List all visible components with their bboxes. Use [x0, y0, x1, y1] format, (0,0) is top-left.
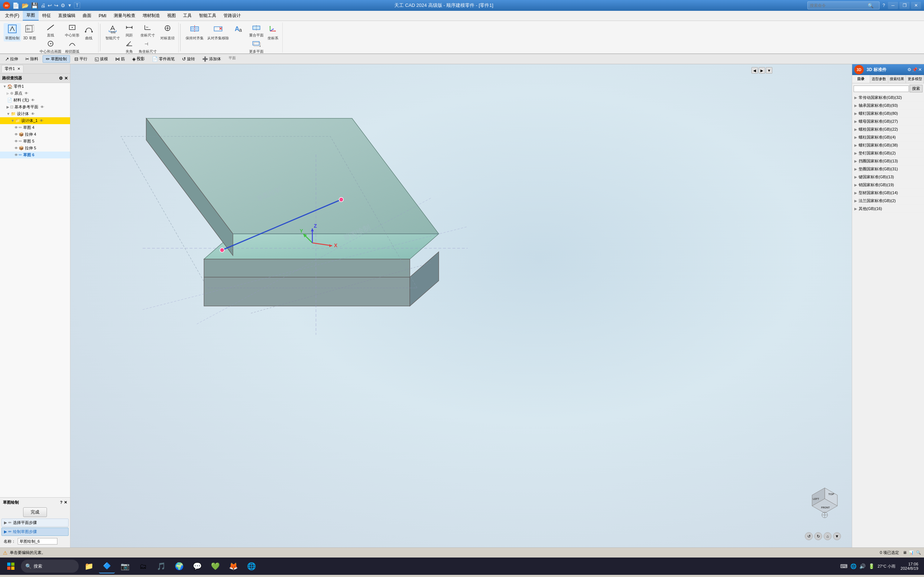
status-icon-2[interactable]: 📊 — [909, 550, 914, 555]
taskbar-app-browser[interactable]: 🌍 — [171, 559, 187, 574]
qa-undo[interactable]: ↩ — [48, 3, 52, 8]
start-btn[interactable] — [3, 559, 19, 574]
tree-item-sketch6[interactable]: 👁 ✏ 草图 6 — [0, 152, 70, 158]
tree-item-extrude4[interactable]: 👁 📦 拉伸 4 — [0, 131, 70, 138]
tree-item-ref-plane[interactable]: ▶ ⊡ 基本参考平面 👁 — [0, 103, 70, 110]
ribbon-btn-angle-coord[interactable]: ⊣ 角坐标尺寸 — [137, 39, 158, 55]
qa-save[interactable]: 💾 — [31, 2, 38, 9]
action-rib[interactable]: ⋈ 筋 — [112, 56, 128, 63]
view-rotate-right[interactable]: ↻ — [814, 532, 822, 540]
action-draft[interactable]: ◱ 拔模 — [92, 56, 111, 63]
ribbon-btn-center-rect[interactable]: 中心矩形 — [63, 23, 81, 39]
standards-item-7[interactable]: ▶ 垫钉国家标准(GB)(2) — [852, 149, 924, 157]
right-search-btn[interactable]: 搜索 — [909, 85, 922, 92]
qa-cmd[interactable]: T — [74, 2, 80, 9]
tree-eye-e4[interactable]: 👁 — [15, 132, 18, 136]
taskbar-app-explorer[interactable]: 📁 — [81, 559, 97, 574]
rp-tab-catalog[interactable]: 目录 — [852, 75, 870, 83]
standards-item-10[interactable]: ▶ 键国家标准(GB)(13) — [852, 173, 924, 181]
ribbon-btn-coincident-plane[interactable]: 重合平面 — [248, 23, 265, 39]
taskbar-app-edge[interactable]: 🌐 — [243, 559, 259, 574]
qa-print[interactable]: 🖨 — [40, 3, 45, 8]
tree-item-material[interactable]: 📄 材料 (无) 👁 — [0, 97, 70, 103]
standards-item-6[interactable]: ▶ 螺钉国家标准(GB)(38) — [852, 142, 924, 149]
action-remove[interactable]: ✂ 除料 — [23, 56, 41, 63]
tree-eye-e5[interactable]: 👁 — [15, 146, 18, 150]
tree-item-origin[interactable]: ▶ ⊕ 原点 👁 — [0, 90, 70, 97]
standards-item-9[interactable]: ▶ 垫圈国家标准(GB)(31) — [852, 165, 924, 173]
action-sketch[interactable]: ✏ 草图绘制 — [43, 55, 70, 63]
action-parallel[interactable]: ⊟ 平行 — [71, 56, 90, 63]
tree-item-extrude5[interactable]: 👁 📦 拉伸 5 — [0, 145, 70, 152]
action-add-body[interactable]: ➕ 添加体 — [199, 56, 224, 63]
viewport[interactable]: ◀ ▶ ▼ — [70, 64, 852, 547]
menu-sketch[interactable]: 草图 — [23, 11, 39, 21]
status-icon-1[interactable]: 🖥 — [903, 550, 907, 555]
menu-pipe[interactable]: 管路设计 — [220, 11, 244, 21]
tab-close-btn[interactable]: ✕ — [17, 67, 20, 71]
ribbon-btn-curve[interactable]: 曲线 — [82, 23, 96, 42]
standards-item-13[interactable]: ▶ 法兰国家标准(GB)(2) — [852, 197, 924, 205]
ribbon-btn-text-aa[interactable]: A a — [231, 23, 247, 37]
menu-additive[interactable]: 增材制造 — [139, 11, 163, 21]
ribbon-btn-spacing[interactable]: 间距 — [122, 23, 136, 39]
action-extrude[interactable]: ↗ 拉伸 — [2, 56, 21, 63]
tree-item-sketch5[interactable]: 👁 ✏ 草图 5 — [0, 138, 70, 145]
menu-direct-edit[interactable]: 直接编辑 — [55, 11, 79, 21]
tree-expand-design-body[interactable]: ▼ — [6, 112, 10, 116]
ribbon-btn-diameter[interactable]: 对标直径 — [159, 23, 176, 42]
standards-item-3[interactable]: ▶ 螺母国家标准(GB)(27) — [852, 118, 924, 126]
complete-button[interactable]: 完成 — [23, 508, 47, 517]
taskbar-app-files[interactable]: 🗂 — [135, 559, 151, 574]
systray-network[interactable]: 🌐 — [850, 562, 857, 570]
tree-item-design-body-1[interactable]: ▼ 📁 设计体_1 👁 — [0, 117, 70, 124]
qa-settings[interactable]: ⚙ — [61, 3, 65, 8]
sketch-name-input[interactable] — [18, 538, 57, 545]
tree-settings-icon[interactable]: ⚙ — [59, 76, 63, 81]
qa-redo[interactable]: ↪ — [54, 3, 58, 8]
ribbon-btn-align-remove[interactable]: 从对齐集移除 — [206, 23, 230, 42]
systray-battery[interactable]: 🔋 — [867, 562, 875, 570]
command-search-input[interactable] — [810, 3, 867, 8]
standards-item-5[interactable]: ▶ 螺柱国家标准(GB)(4) — [852, 134, 924, 142]
menu-feature[interactable]: 特征 — [39, 11, 55, 21]
standards-item-1[interactable]: ▶ 轴承国家标准(GB)(93) — [852, 102, 924, 110]
ribbon-btn-circle[interactable]: 中心和点画圆 — [38, 39, 63, 55]
standards-item-4[interactable]: ▶ 螺栓国家标准(GB)(22) — [852, 126, 924, 134]
tree-eye-material[interactable]: 👁 — [31, 98, 35, 102]
tree-eye-s6[interactable]: 👁 — [15, 153, 18, 157]
taskbar-app-5[interactable]: 🦊 — [225, 559, 241, 574]
taskbar-app-music[interactable]: 🎵 — [153, 559, 169, 574]
standards-item-12[interactable]: ▶ 型材国家标准(GB)(14) — [852, 189, 924, 197]
tree-item-sketch4[interactable]: 👁 ✏ 草图 4 — [0, 124, 70, 131]
tree-eye-designbody[interactable]: 👁 — [31, 112, 35, 116]
qa-new[interactable]: 📄 — [12, 2, 19, 9]
tab-part1[interactable]: 零件1 ✕ — [2, 65, 23, 73]
tree-eye-db1[interactable]: 👁 — [40, 119, 43, 123]
menu-surface[interactable]: 曲面 — [79, 11, 95, 21]
close-btn[interactable]: ✕ — [911, 2, 921, 9]
ribbon-btn-3d-sketch[interactable]: 3D 3D 草图 — [22, 23, 37, 42]
taskbar-app-wechat[interactable]: 💚 — [207, 559, 223, 574]
ribbon-btn-sketch-draw[interactable]: 草图绘制 — [3, 23, 21, 42]
rp-tab-results[interactable]: 搜索结果 — [888, 75, 906, 83]
maximize-btn[interactable]: ❐ — [900, 2, 909, 9]
menu-smart-tools[interactable]: 智能工具 — [195, 11, 220, 21]
status-icon-3[interactable]: 🔍 — [916, 550, 921, 555]
right-panel-settings-icon[interactable]: ⚙ — [907, 67, 911, 72]
systray-volume[interactable]: 🔊 — [859, 562, 866, 570]
rp-tab-params[interactable]: 选型参数 — [870, 75, 888, 83]
help-btn[interactable]: ? — [882, 3, 885, 8]
view-rotate-left[interactable]: ↺ — [805, 532, 813, 540]
ribbon-btn-angle[interactable]: 夹角 — [122, 39, 136, 55]
tree-item-part1-root[interactable]: ▼ 🏠 零件1 — [0, 83, 70, 90]
command-search-icon[interactable]: 🔍 — [867, 3, 874, 8]
sketch-close-icon[interactable]: ✕ — [64, 500, 67, 505]
ribbon-btn-more-planes[interactable]: + 更多平面 — [248, 39, 265, 55]
tree-item-design-body[interactable]: ▼ 📁 设计体 👁 — [0, 110, 70, 117]
ribbon-btn-align-keep[interactable]: 保持对齐集 — [184, 23, 205, 42]
action-rotate[interactable]: ↺ 旋转 — [179, 56, 198, 63]
menu-tools[interactable]: 工具 — [179, 11, 195, 21]
menu-pmi[interactable]: PMI — [95, 11, 110, 21]
tree-close-icon[interactable]: ✕ — [64, 76, 68, 81]
